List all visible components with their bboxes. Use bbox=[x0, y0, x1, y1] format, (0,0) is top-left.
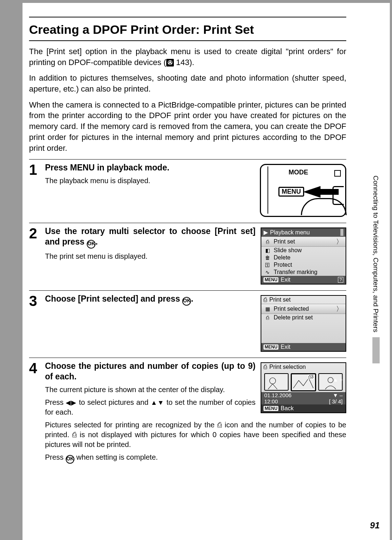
print-icon: ⎙ bbox=[264, 297, 267, 303]
print-icon: ⎙ bbox=[264, 315, 271, 321]
intro1b: 143). bbox=[174, 58, 194, 67]
step-separator bbox=[29, 223, 346, 223]
time-row: 12:00 [ 3/ 4] bbox=[261, 398, 346, 404]
time-label: 12:00 bbox=[264, 398, 278, 404]
print-icon: ⎙ bbox=[264, 364, 267, 370]
lcd-title: Print selection bbox=[269, 364, 306, 370]
menu-item-delete: 🗑Delete bbox=[261, 254, 346, 261]
chevron-right-icon: 〉 bbox=[336, 237, 343, 246]
step-2: 2 Use the rotary multi selector to choos… bbox=[29, 226, 346, 285]
print-badge: ⎙3 bbox=[308, 374, 314, 379]
exit-label: Exit bbox=[281, 344, 290, 350]
step-number: 2 bbox=[29, 226, 45, 241]
trash-icon: 🗑 bbox=[264, 255, 271, 261]
square-icon bbox=[334, 170, 341, 177]
count-label: [ 3/ 4] bbox=[329, 398, 343, 404]
step-separator bbox=[29, 159, 346, 160]
lcd-title: Print set bbox=[269, 297, 291, 303]
step-4: 4 Choose the pictures and number of copi… bbox=[29, 361, 346, 417]
top-rule bbox=[29, 17, 346, 17]
minus-indicator: ▼ – bbox=[333, 392, 343, 398]
lcd-footer: MENU Back bbox=[261, 404, 346, 412]
lcd-header: ⎙ Print set bbox=[261, 296, 346, 304]
lcd-print-set: ⎙ Print set ▦Print selected〉 ⎙Delete pri… bbox=[261, 295, 346, 352]
lcd-print-selection: ⎙ Print selection ⎙3 bbox=[261, 362, 346, 413]
menu-item-delete-print-set: ⎙Delete print set bbox=[261, 314, 346, 321]
step-3-title: Choose [Print selected] and press OK. bbox=[45, 294, 256, 306]
crossref-icon: ✇ bbox=[166, 59, 174, 67]
grid-icon: ▦ bbox=[264, 306, 271, 312]
step-4-desc4: Press OK when setting is complete. bbox=[45, 452, 346, 464]
menu-button-illustration: MENU bbox=[278, 187, 304, 197]
step-3: 3 Choose [Print selected] and press OK. … bbox=[29, 294, 346, 352]
step-4-desc2: Press ◀▶ to select pictures and ▲▼ to se… bbox=[45, 398, 256, 417]
print-icon: ⎙ bbox=[264, 239, 271, 245]
help-icon: ? bbox=[338, 277, 343, 283]
page-title: Creating a DPOF Print Order: Print Set bbox=[29, 23, 346, 37]
svg-point-0 bbox=[270, 378, 276, 384]
lcd-header: ▶ Playback menu bbox=[261, 228, 346, 237]
date-row: 01.12.2006 ▼ – bbox=[261, 392, 346, 398]
lcd-footer: MENU Exit ? bbox=[261, 276, 346, 284]
step-1: 1 Press MENU in playback mode. The playb… bbox=[29, 162, 346, 217]
step-1-title: Press MENU in playback mode. bbox=[45, 162, 256, 173]
date-label: 01.12.2006 bbox=[264, 392, 291, 398]
step-4-desc1: The current picture is shown at the cent… bbox=[45, 385, 256, 395]
step-4-continued: 4 Pictures selected for printing are rec… bbox=[29, 417, 346, 464]
menu-chip: MENU bbox=[264, 277, 278, 282]
title-rule bbox=[29, 40, 346, 41]
up-down-icon: ▲▼ bbox=[151, 399, 164, 406]
lcd-header: ⎙ Print selection bbox=[261, 363, 346, 371]
step-1-desc: The playback menu is displayed. bbox=[45, 176, 256, 186]
ok-icon: OK bbox=[182, 297, 191, 306]
thumbnail-selected: ⎙3 bbox=[291, 373, 316, 391]
menu-item-slide-show: ◧Slide show bbox=[261, 247, 346, 254]
section-tab: Connecting to Televisions, Computers, an… bbox=[372, 176, 380, 363]
menu-item-protect: ⚿Protect bbox=[261, 261, 346, 269]
intro-paragraph-2: In addition to pictures themselves, shoo… bbox=[29, 73, 346, 94]
step-4-desc3: Pictures selected for printing are recog… bbox=[45, 420, 346, 450]
manual-page: Creating a DPOF Print Order: Print Set T… bbox=[23, 3, 390, 540]
section-tab-marker bbox=[372, 337, 380, 363]
content-area: Creating a DPOF Print Order: Print Set T… bbox=[29, 17, 346, 540]
lcd-playback-menu: ▶ Playback menu ⎙Print set〉 ◧Slide show … bbox=[261, 227, 346, 285]
section-tab-text: Connecting to Televisions, Computers, an… bbox=[372, 176, 380, 333]
step-2-title: Use the rotary multi selector to choose … bbox=[45, 226, 256, 249]
lcd-footer: MENU Exit bbox=[261, 343, 346, 351]
lcd-title: Playback menu bbox=[270, 229, 310, 236]
menu-chip: MENU bbox=[264, 406, 278, 411]
exit-label: Exit bbox=[281, 277, 290, 283]
menu-item-print-set: ⎙Print set〉 bbox=[261, 237, 346, 247]
step-separator bbox=[29, 358, 346, 358]
menu-item-print-selected: ▦Print selected〉 bbox=[261, 304, 346, 314]
page-number: 91 bbox=[370, 520, 380, 531]
ok-icon: OK bbox=[87, 240, 95, 249]
transfer-icon: ∿ bbox=[264, 269, 271, 275]
intro-paragraph-3: When the camera is connected to a PictBr… bbox=[29, 100, 346, 153]
scrollbar-icon bbox=[340, 229, 343, 236]
menu-item-transfer: ∿Transfer marking bbox=[261, 269, 346, 276]
step-number: 1 bbox=[29, 162, 45, 177]
step-number: 3 bbox=[29, 294, 45, 308]
camera-illustration: MODE MENU bbox=[260, 164, 346, 217]
key-icon: ⚿ bbox=[264, 262, 271, 268]
left-right-icon: ◀▶ bbox=[66, 399, 77, 406]
plus-indicator: ▲ + bbox=[333, 377, 343, 383]
mode-label: MODE bbox=[289, 169, 308, 176]
ok-icon: OK bbox=[66, 455, 74, 464]
step-2-desc: The print set menu is displayed. bbox=[45, 251, 256, 261]
back-label: Back bbox=[281, 405, 294, 412]
step-number: 4 bbox=[29, 361, 45, 375]
step-4-title: Choose the pictures and number of copies… bbox=[45, 361, 256, 382]
step-separator bbox=[29, 290, 346, 291]
svg-point-1 bbox=[328, 378, 333, 383]
intro-paragraph: The [Print set] option in the playback m… bbox=[29, 46, 346, 68]
slideshow-icon: ◧ bbox=[264, 247, 271, 253]
menu-chip: MENU bbox=[264, 344, 278, 350]
play-icon: ▶ bbox=[264, 229, 268, 236]
menu-word: MENU bbox=[70, 163, 95, 172]
chevron-right-icon: 〉 bbox=[336, 305, 343, 313]
arrow-icon bbox=[303, 186, 320, 198]
thumbnail bbox=[264, 373, 289, 391]
